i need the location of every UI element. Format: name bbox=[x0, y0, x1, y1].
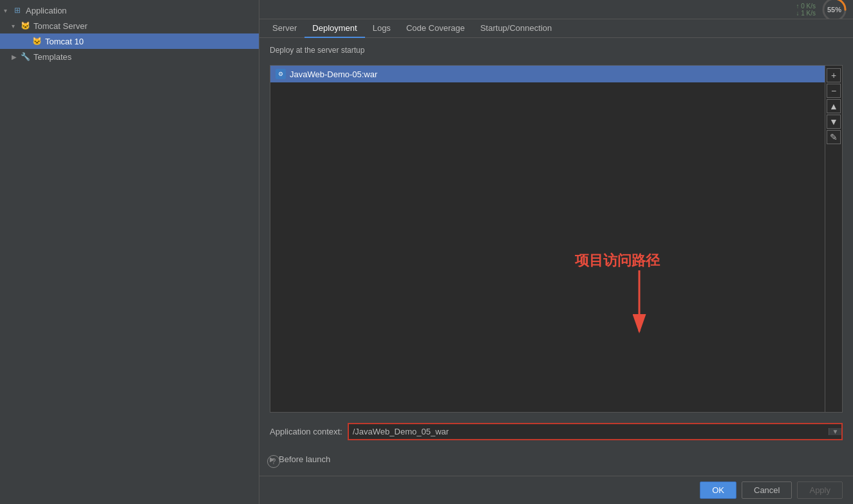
tab-server[interactable]: Server bbox=[265, 19, 305, 38]
sidebar-label-tomcat-server: Tomcat Server bbox=[33, 21, 88, 31]
tab-startup-connection[interactable]: Startup/Connection bbox=[473, 19, 559, 38]
bottom-bar: OK Cancel Apply bbox=[259, 476, 853, 504]
sidebar: ▾ ⊞ Application ▾ 🐱 Tomcat Server ▾ 🐱 To… bbox=[0, 0, 259, 504]
top-bar: ↑ 0 K/s ↓ 1 K/s 55% bbox=[259, 0, 853, 19]
panel-content: Deploy at the server startup ⚙ JavaWeb-D… bbox=[259, 38, 853, 476]
add-button[interactable]: + bbox=[827, 68, 841, 82]
tab-deployment[interactable]: Deployment bbox=[305, 19, 364, 38]
apply-button[interactable]: Apply bbox=[797, 481, 843, 499]
deploy-at-startup-label: Deploy at the server startup bbox=[270, 46, 843, 55]
deployment-item-label: JavaWeb-Demo-05:war bbox=[290, 70, 377, 79]
edit-button[interactable]: ✎ bbox=[827, 130, 841, 144]
tab-logs[interactable]: Logs bbox=[365, 19, 398, 38]
expand-arrow-application: ▾ bbox=[4, 7, 12, 14]
deployment-item-javaweb[interactable]: ⚙ JavaWeb-Demo-05:war bbox=[270, 66, 825, 82]
content-area: ↑ 0 K/s ↓ 1 K/s 55% Server Deployment Lo… bbox=[259, 0, 853, 504]
expand-arrow-templates: ▶ bbox=[12, 53, 19, 61]
deployment-list: ⚙ JavaWeb-Demo-05:war + − ▲ ▼ ✎ bbox=[270, 65, 843, 413]
sidebar-label-tomcat10: Tomcat 10 bbox=[45, 37, 84, 46]
panel-wrapper: Server Deployment Logs Code Coverage Sta… bbox=[259, 19, 853, 476]
context-input[interactable] bbox=[349, 424, 829, 439]
sidebar-label-application: Application bbox=[26, 6, 67, 15]
tabs-bar: Server Deployment Logs Code Coverage Sta… bbox=[259, 19, 853, 38]
remove-button[interactable]: − bbox=[827, 84, 841, 98]
context-row: Application context: ▼ bbox=[270, 419, 843, 444]
up-button[interactable]: ▲ bbox=[827, 99, 841, 113]
list-buttons: + − ▲ ▼ ✎ bbox=[825, 66, 842, 412]
tomcat-server-icon: 🐱 bbox=[19, 20, 31, 32]
before-launch-section[interactable]: ▶ Before launch bbox=[270, 451, 843, 468]
sidebar-item-tomcat10[interactable]: ▾ 🐱 Tomcat 10 bbox=[0, 33, 259, 49]
cancel-button[interactable]: Cancel bbox=[742, 481, 792, 499]
sidebar-label-templates: Templates bbox=[33, 52, 71, 62]
help-button[interactable]: ? bbox=[267, 455, 280, 468]
sidebar-item-tomcat-server[interactable]: ▾ 🐱 Tomcat Server bbox=[0, 18, 259, 33]
context-label: Application context: bbox=[270, 427, 342, 436]
war-icon: ⚙ bbox=[276, 69, 286, 79]
context-dropdown-button[interactable]: ▼ bbox=[829, 428, 841, 435]
before-launch-label: Before launch bbox=[279, 454, 330, 464]
templates-icon: 🔧 bbox=[19, 51, 31, 62]
expand-arrow-tomcat-server: ▾ bbox=[12, 23, 19, 30]
deployment-list-items[interactable]: ⚙ JavaWeb-Demo-05:war bbox=[270, 66, 825, 412]
network-down: ↓ 1 K/s bbox=[796, 10, 816, 17]
ok-button[interactable]: OK bbox=[700, 481, 736, 499]
network-stats: ↑ 0 K/s ↓ 1 K/s bbox=[796, 3, 816, 17]
cpu-percent: 55% bbox=[827, 6, 841, 14]
sidebar-item-templates[interactable]: ▶ 🔧 Templates bbox=[0, 49, 259, 64]
sidebar-item-application[interactable]: ▾ ⊞ Application bbox=[0, 3, 259, 18]
down-button[interactable]: ▼ bbox=[827, 115, 841, 129]
tomcat10-icon: 🐱 bbox=[31, 35, 42, 47]
context-input-wrapper: ▼ bbox=[348, 423, 843, 440]
application-icon: ⊞ bbox=[12, 5, 23, 16]
tab-code-coverage[interactable]: Code Coverage bbox=[398, 19, 473, 38]
network-up: ↑ 0 K/s bbox=[796, 3, 816, 10]
